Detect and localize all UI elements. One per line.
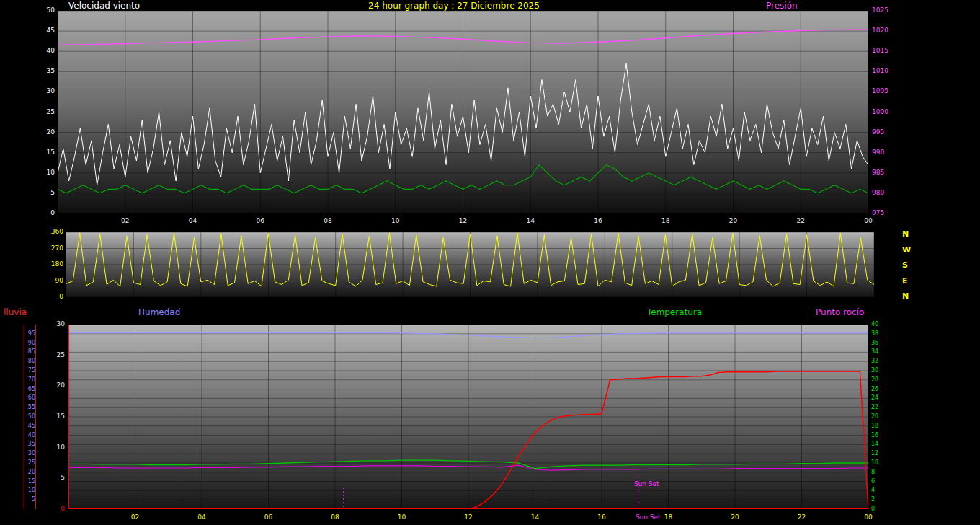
axis-tick: 30: [32, 88, 55, 94]
x-tick-label: 08: [321, 217, 335, 224]
axis-tick: 1000: [872, 109, 896, 115]
x-tick-label: 20: [726, 217, 741, 224]
page-title: 24 hour graph day : 27 Diciembre 2025: [368, 1, 540, 11]
x-tick-label: 18: [662, 513, 676, 521]
x-tick-label: 12: [456, 217, 471, 224]
axis-tick: 20: [43, 382, 65, 389]
axis-tick: 0: [43, 506, 65, 512]
axis-tick: 50: [24, 413, 35, 420]
x-tick-label: 16: [591, 217, 605, 224]
axis-tick: 85: [24, 348, 35, 355]
x-tick-label: 08: [328, 513, 342, 521]
sunset-axis-label: Sun Set: [636, 513, 661, 521]
x-tick-label: 00: [861, 513, 876, 521]
axis-tick: 40: [24, 432, 35, 438]
axis-tick: 0: [32, 210, 55, 216]
x-tick-label: 10: [388, 217, 403, 224]
x-tick-label: 18: [659, 217, 673, 224]
axis-tick: 0: [871, 506, 891, 512]
axis-tick: 22: [871, 404, 891, 410]
axis-tick: 6: [871, 478, 891, 485]
x-tick-label: 22: [795, 513, 809, 521]
axis-tick: 975: [872, 210, 896, 216]
wind-speed-label: Velocidad viento: [68, 1, 140, 11]
wind-speed-axis-ticks: 50454035302520151050: [32, 11, 55, 213]
axis-tick: 50: [32, 7, 55, 14]
temperature-axis-ticks: 4038363432302826242220181614121086420: [871, 325, 891, 509]
axis-tick: 70: [24, 376, 35, 383]
axis-tick: 5: [43, 475, 65, 481]
x-tick-label: 16: [594, 513, 609, 521]
axis-tick: 995: [872, 129, 896, 136]
x-tick-label: 20: [728, 513, 742, 521]
axis-tick: 360: [40, 229, 63, 235]
x-tick-label: 06: [262, 513, 276, 521]
rain-axis-ticks: 302520151050: [43, 325, 65, 509]
wind-direction-chart: [66, 232, 874, 297]
axis-tick: 980: [872, 190, 896, 196]
axis-tick: 25: [43, 352, 65, 358]
axis-tick: 180: [40, 261, 63, 268]
axis-tick: 15: [32, 149, 55, 156]
axis-tick: 1010: [872, 68, 896, 74]
axis-tick: 15: [43, 413, 65, 420]
axis-tick: 18: [871, 423, 891, 429]
axis-tick: 990: [872, 149, 896, 156]
compass-letter: W: [902, 245, 911, 255]
top-x-axis-labels: 020406081012141618202200: [0, 217, 980, 226]
x-tick-label: 10: [395, 513, 409, 521]
axis-tick: 25: [32, 109, 55, 115]
compass-axis: NWSEN: [902, 229, 912, 299]
x-tick-label: 04: [186, 217, 200, 224]
axis-tick: 8: [871, 469, 891, 475]
sunset-annotation: Sun Set: [634, 480, 659, 488]
axis-tick: 5: [24, 496, 35, 503]
axis-tick: 30: [871, 367, 891, 374]
axis-tick: 26: [871, 386, 891, 392]
pressure-label: Presión: [766, 1, 798, 11]
axis-tick: 0: [40, 294, 63, 300]
x-tick-label: 12: [461, 513, 476, 521]
axis-tick: 270: [40, 245, 63, 252]
axis-tick: 55: [24, 404, 35, 410]
axis-tick: 35: [24, 441, 35, 447]
axis-tick: 40: [32, 48, 55, 54]
axis-tick: 95: [24, 330, 35, 337]
axis-tick: 20: [871, 413, 891, 420]
compass-letter: N: [902, 291, 909, 301]
x-tick-label: 14: [528, 513, 543, 521]
axis-tick: 90: [24, 340, 35, 346]
x-tick-label: 02: [118, 217, 133, 224]
axis-tick: 1005: [872, 88, 896, 94]
axis-tick: 15: [24, 478, 35, 485]
compass-letter: S: [902, 260, 908, 270]
dewpoint-label: Punto rocío: [816, 307, 864, 317]
axis-tick: 4: [871, 487, 891, 493]
axis-tick: 28: [871, 376, 891, 383]
axis-tick: 90: [40, 278, 63, 284]
axis-tick: 60: [24, 394, 35, 401]
direction-axis-ticks: 360270180900: [40, 232, 63, 297]
axis-tick: 20: [32, 129, 55, 136]
axis-tick: 24: [871, 394, 891, 401]
axis-tick: 10: [43, 444, 65, 451]
axis-tick: 12: [871, 450, 891, 456]
axis-tick: 1015: [872, 48, 896, 54]
axis-tick: 14: [871, 441, 891, 447]
axis-tick: 30: [43, 321, 65, 327]
axis-tick: 985: [872, 169, 896, 176]
rain-label: lluvia: [4, 307, 27, 317]
wind-pressure-chart: [58, 11, 868, 213]
axis-tick: 38: [871, 330, 891, 337]
axis-tick: 16: [871, 432, 891, 438]
axis-tick: 25: [24, 459, 35, 466]
x-tick-label: 02: [128, 513, 143, 521]
axis-tick: 80: [24, 358, 35, 364]
axis-tick: 35: [32, 68, 55, 74]
axis-tick: 40: [871, 321, 891, 327]
compass-letter: N: [902, 229, 909, 239]
pressure-axis-ticks: 102510201015101010051000995990985980975: [872, 11, 896, 213]
axis-tick: 45: [32, 27, 55, 34]
axis-tick: 36: [871, 340, 891, 346]
axis-tick: 65: [24, 386, 35, 392]
